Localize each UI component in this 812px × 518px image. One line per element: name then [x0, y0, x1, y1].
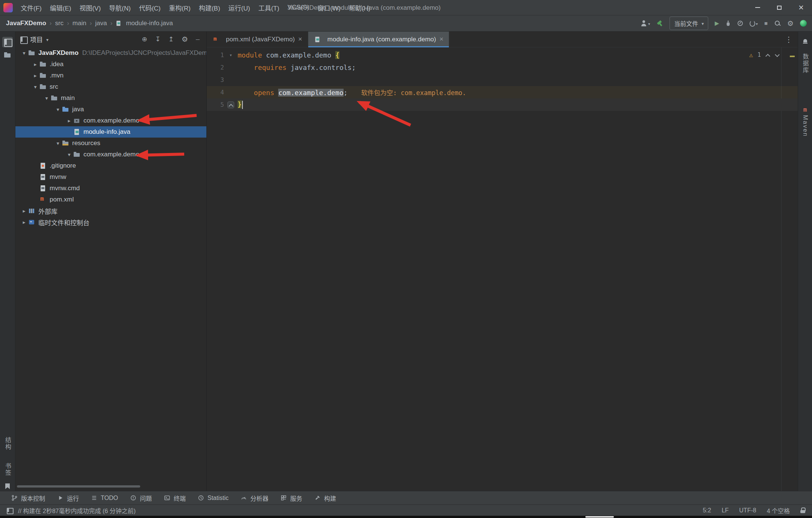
run-options-button[interactable] [750, 20, 758, 26]
chevron-expanded-icon[interactable] [20, 50, 28, 56]
minimize-button[interactable] [747, 0, 768, 15]
chevron-collapsed-icon[interactable] [65, 118, 73, 124]
profile-button[interactable] [737, 20, 743, 26]
tree-item-module-info[interactable]: module-info.java [15, 126, 206, 138]
toolwindow-todo[interactable]: TODO [91, 495, 118, 501]
next-problem-icon[interactable] [775, 53, 780, 58]
tree-item-java[interactable]: java [15, 104, 206, 115]
locate-file-button[interactable] [139, 35, 149, 43]
toolwindow-profiler[interactable]: 分析器 [241, 494, 268, 503]
tree-item-project-root[interactable]: JavaFXDemo D:\IDEAProjects\JCNCProjects\… [15, 47, 206, 59]
tree-item-mvnw-cmd[interactable]: mvnw.cmd [15, 183, 206, 194]
tree-item-mvnw[interactable]: mvnw [15, 171, 206, 183]
close-tab-icon[interactable] [439, 35, 444, 43]
menu-view[interactable]: 视图(V) [75, 3, 105, 12]
toolwindow-version-control[interactable]: 版本控制 [11, 494, 45, 503]
indent-setting[interactable]: 4 个空格 [767, 506, 790, 515]
toolwindow-problems[interactable]: 问题 [130, 494, 152, 503]
code-editor[interactable]: 1 module com.example.demo { 2 requires j… [207, 47, 798, 491]
bookmark-icon[interactable] [5, 483, 10, 489]
chevron-expanded-icon[interactable] [31, 84, 39, 90]
chevron-collapsed-icon[interactable] [31, 73, 39, 79]
breadcrumb-src[interactable]: src [54, 20, 64, 27]
chevron-expanded-icon[interactable] [54, 140, 62, 146]
bookmarks-toolwindow-button[interactable]: 书签 [3, 463, 12, 476]
toolwindow-statistic[interactable]: Statistic [198, 495, 229, 501]
user-avatar-button[interactable] [641, 20, 650, 27]
toolwindow-build[interactable]: 构建 [314, 494, 336, 503]
collapse-all-button[interactable] [166, 35, 176, 43]
chevron-expanded-icon[interactable] [65, 151, 73, 158]
inspections-widget[interactable]: 1 [749, 51, 780, 59]
chevron-down-icon[interactable] [46, 36, 48, 43]
tree-item-label: module-info.java [83, 128, 130, 136]
menu-edit[interactable]: 编辑(E) [46, 3, 76, 12]
menu-tools[interactable]: 工具(T) [254, 3, 283, 12]
warning-stripe-mark[interactable] [790, 56, 795, 57]
tree-item-package-java[interactable]: com.example.demo [15, 115, 206, 126]
menu-run[interactable]: 运行(U) [224, 3, 255, 12]
horizontal-scrollbar[interactable] [17, 485, 140, 488]
tree-item-resources[interactable]: resources [15, 138, 206, 149]
fold-close-icon[interactable] [227, 101, 234, 108]
database-toolwindow-button[interactable]: 数据库 [801, 53, 810, 74]
debug-button[interactable] [726, 20, 731, 26]
run-button[interactable] [715, 20, 719, 27]
menu-navigate[interactable]: 导航(N) [105, 3, 135, 12]
chevron-expanded-icon[interactable] [54, 106, 62, 112]
build-hammer-icon[interactable] [656, 20, 663, 27]
run-config-dropdown[interactable]: 当前文件 [670, 17, 708, 30]
tab-module-info[interactable]: module-info.java (com.example.demo) [308, 32, 450, 47]
toolwindow-services[interactable]: 服务 [280, 494, 302, 503]
readonly-lock-icon[interactable] [800, 507, 805, 513]
tree-item-package-resources[interactable]: com.example.demo [15, 149, 206, 160]
project-toolwindow-icon[interactable] [2, 37, 13, 47]
tab-pom-xml[interactable]: pom.xml (JavaFXDemo) [207, 32, 308, 47]
expand-all-button[interactable] [153, 35, 163, 43]
search-icon[interactable] [774, 20, 781, 27]
tree-item-scratches[interactable]: 临时文件和控制台 [15, 217, 206, 228]
breadcrumb-java[interactable]: java [94, 20, 108, 27]
breadcrumb-main[interactable]: main [72, 20, 87, 27]
toolwindow-terminal[interactable]: 终端 [164, 494, 186, 503]
tree-item-main[interactable]: main [15, 92, 206, 104]
close-tab-icon[interactable] [298, 35, 302, 43]
chevron-collapsed-icon[interactable] [31, 61, 39, 67]
tree-item-external-libraries[interactable]: 外部库 [15, 205, 206, 217]
structure-toolwindow-button[interactable]: 结构 [3, 437, 12, 450]
panel-settings-icon[interactable] [179, 35, 190, 44]
plugin-icon[interactable] [800, 20, 807, 27]
tree-item-src[interactable]: src [15, 81, 206, 92]
maven-toolwindow-button[interactable]: Maven [802, 115, 809, 137]
chevron-collapsed-icon[interactable] [20, 219, 28, 225]
folder-toolwindow-icon[interactable] [4, 51, 11, 59]
hide-panel-button[interactable] [194, 36, 202, 43]
list-icon [91, 495, 97, 501]
close-button[interactable] [790, 0, 812, 15]
prev-problem-icon[interactable] [765, 53, 770, 58]
menu-file[interactable]: 文件(F) [17, 3, 46, 12]
tree-item-mvn[interactable]: .mvn [15, 70, 206, 81]
notifications-bell-icon[interactable] [802, 38, 808, 44]
tree-item-idea[interactable]: .idea [15, 59, 206, 70]
menu-refactor[interactable]: 重构(R) [165, 3, 195, 12]
menu-build[interactable]: 构建(B) [195, 3, 224, 12]
toolwindow-run[interactable]: 运行 [57, 494, 79, 503]
fold-icon[interactable] [224, 52, 238, 58]
breadcrumb-file[interactable]: module-info.java [125, 20, 174, 27]
breadcrumb-project[interactable]: JavaFXDemo [5, 20, 47, 27]
menu-code[interactable]: 代码(C) [135, 3, 165, 12]
stop-button[interactable] [764, 20, 768, 27]
line-separator[interactable]: LF [722, 507, 729, 514]
tree-item-pom-xml[interactable]: pom.xml [15, 194, 206, 205]
maximize-button[interactable] [768, 0, 790, 15]
settings-gear-icon[interactable] [787, 19, 794, 28]
toolwindow-toggle-icon[interactable] [7, 507, 13, 513]
caret-position[interactable]: 5:2 [703, 507, 711, 514]
tab-options-icon[interactable] [780, 32, 798, 47]
project-panel-title[interactable]: 项目 [30, 35, 43, 44]
file-encoding[interactable]: UTF-8 [739, 507, 756, 514]
chevron-expanded-icon[interactable] [42, 95, 51, 101]
tree-item-gitignore[interactable]: .gitignore [15, 160, 206, 171]
chevron-collapsed-icon[interactable] [20, 208, 28, 214]
